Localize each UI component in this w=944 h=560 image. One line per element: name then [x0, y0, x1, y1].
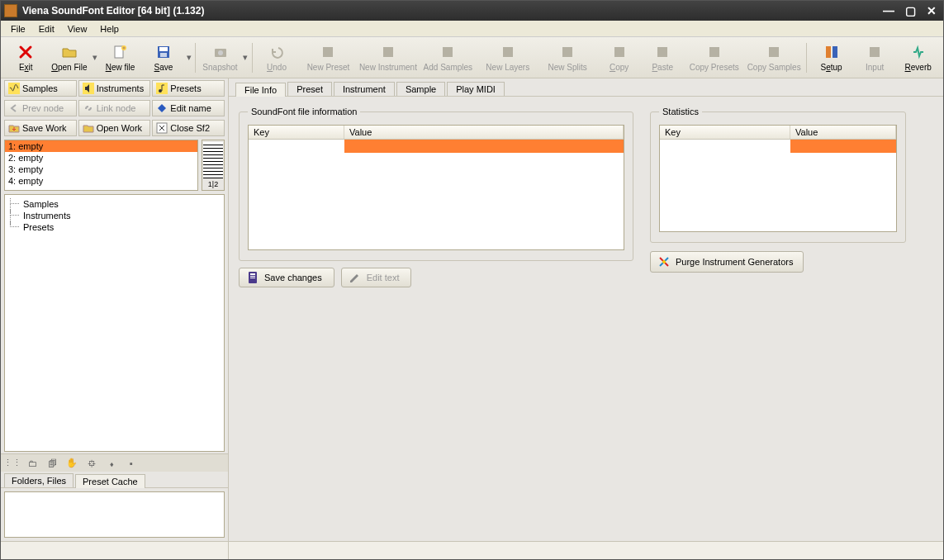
soundfont-info-legend: SoundFont file information	[248, 107, 360, 116]
toolbar-input-button: Input	[853, 40, 897, 76]
svg-rect-17	[833, 46, 837, 58]
toolbar-label: Copy	[610, 63, 629, 72]
tree-tool-1-icon[interactable]: ⋮⋮	[4, 456, 21, 471]
tree-tool-hand-icon[interactable]: ✋	[64, 456, 80, 471]
splits-icon	[558, 43, 576, 61]
svg-rect-3	[159, 47, 168, 51]
file-list[interactable]: 1: empty2: empty3: empty4: empty	[4, 140, 198, 191]
statistics-table[interactable]: Key Value	[659, 125, 897, 232]
bottom-tab-preset-cache[interactable]: Preset Cache	[75, 474, 145, 488]
svg-rect-16	[826, 46, 831, 58]
sf-col-value[interactable]: Value	[344, 126, 624, 139]
folder-open-icon	[60, 43, 78, 61]
toolbar-save-button[interactable]: Save	[142, 40, 186, 76]
menu-view[interactable]: View	[61, 22, 94, 36]
table-row[interactable]	[249, 140, 624, 153]
toolbar-label: Copy Samples	[747, 63, 801, 72]
samples-button[interactable]: Samples	[4, 80, 77, 97]
stat-col-value[interactable]: Value	[790, 126, 896, 139]
button-label: Link node	[97, 103, 136, 113]
copy-icon	[610, 43, 629, 61]
toolbar-new-file-button[interactable]: New file	[98, 40, 142, 76]
mini-keyboard[interactable]: 1|2	[202, 140, 225, 191]
tab-instrument[interactable]: Instrument	[334, 82, 395, 96]
maximize-button[interactable]: ▢	[902, 3, 918, 18]
speaker-icon	[83, 83, 94, 94]
save-work-button[interactable]: Save Work	[4, 120, 77, 136]
tree-view[interactable]: SamplesInstrumentsPresets	[4, 194, 225, 452]
toolbar-open-file-button[interactable]: Open File	[48, 40, 92, 76]
menu-file[interactable]: File	[4, 22, 32, 36]
open-work-button[interactable]: Open Work	[78, 120, 151, 136]
close-button[interactable]: ✕	[923, 3, 940, 18]
menubar: FileEditViewHelp	[1, 21, 943, 37]
window-title: Viena SoundFont Editor [64 bit] (1.132)	[22, 5, 880, 17]
toolbar-label: Input	[866, 63, 884, 72]
svg-rect-18	[870, 47, 880, 57]
setup-icon	[823, 43, 841, 61]
soundfont-info-table[interactable]: Key Value	[248, 125, 624, 250]
left-panel: SamplesInstrumentsPresets Prev nodeLink …	[1, 78, 229, 541]
tree-item-presets[interactable]: Presets	[8, 221, 221, 233]
instruments-button[interactable]: Instruments	[78, 80, 151, 97]
presets-button[interactable]: Presets	[152, 80, 225, 97]
preset-icon	[319, 43, 337, 61]
close-sf2-button[interactable]: Close Sf2	[152, 120, 225, 136]
button-label: Open Work	[97, 123, 142, 133]
input-icon	[866, 43, 884, 61]
button-label: Close Sf2	[170, 123, 210, 133]
toolbar-label: Reverb	[905, 63, 932, 72]
svg-rect-28	[250, 278, 255, 278]
samples-icon	[439, 43, 457, 61]
svg-rect-9	[443, 47, 453, 57]
statusbar	[1, 541, 943, 559]
keyboard-keys-icon	[203, 142, 223, 178]
save-changes-button[interactable]: Save changes	[239, 268, 334, 287]
tree-item-instruments[interactable]: Instruments	[8, 210, 221, 221]
edit-text-button[interactable]: Edit text	[341, 268, 412, 287]
list-item[interactable]: 4: empty	[5, 175, 197, 187]
tab-file-info[interactable]: File Info	[235, 83, 286, 97]
toolbar-exit-button[interactable]: Exit	[4, 40, 48, 76]
tab-preset[interactable]: Preset	[287, 82, 332, 96]
tree-tool-folder-icon[interactable]: 🗀	[24, 456, 40, 471]
edit-name-button[interactable]: Edit name	[152, 100, 225, 116]
toolbar-reverb-button[interactable]: Reverb	[896, 40, 940, 76]
menu-help[interactable]: Help	[93, 22, 126, 36]
list-item[interactable]: 2: empty	[5, 152, 197, 164]
toolbar-undo-button: Undo	[255, 40, 299, 76]
undo-icon	[268, 43, 286, 61]
stat-col-key[interactable]: Key	[660, 126, 790, 139]
tab-sample[interactable]: Sample	[396, 82, 445, 96]
svg-rect-4	[160, 53, 167, 57]
list-item[interactable]: 3: empty	[5, 164, 197, 175]
toolbar-copy-button: Copy	[597, 40, 641, 76]
purge-generators-button[interactable]: Purge Instrument Generators	[650, 251, 804, 273]
svg-point-6	[218, 50, 223, 55]
tree-tool-piece-icon[interactable]: ⬧	[103, 456, 120, 471]
button-label: Presets	[170, 83, 201, 93]
new-file-icon	[111, 43, 129, 61]
minimize-button[interactable]: —	[880, 3, 897, 18]
sf-col-key[interactable]: Key	[249, 126, 344, 139]
menu-edit[interactable]: Edit	[32, 22, 61, 36]
toolbar-add-samples-button: Add Samples	[418, 40, 477, 76]
tree-tool-copy-icon[interactable]: 🗐	[44, 456, 60, 471]
tree-toolbar: ⋮⋮ 🗀 🗐 ✋ ⯐ ⬧ ▪	[1, 453, 228, 472]
toolbar-paste-button: Paste	[641, 40, 685, 76]
tree-tool-block-icon[interactable]: ▪	[123, 456, 140, 471]
copy-presets-icon	[705, 43, 723, 61]
bottom-tab-folders-files[interactable]: Folders, Files	[4, 473, 74, 487]
toolbar-dropdown[interactable]: ▾	[91, 52, 98, 63]
svg-rect-7	[323, 47, 333, 57]
list-item[interactable]: 1: empty	[5, 140, 197, 152]
button-label: Prev node	[22, 103, 64, 113]
table-row[interactable]	[660, 140, 896, 153]
preset-cache-list[interactable]	[4, 491, 225, 538]
tree-tool-puzzle-icon[interactable]: ⯐	[83, 456, 100, 471]
toolbar-dropdown[interactable]: ▾	[185, 52, 192, 63]
tree-item-samples[interactable]: Samples	[8, 198, 221, 210]
toolbar-setup-button[interactable]: Setup	[809, 40, 853, 76]
tab-play-midi[interactable]: Play MIDI	[447, 82, 505, 96]
button-label: Edit name	[170, 103, 211, 113]
